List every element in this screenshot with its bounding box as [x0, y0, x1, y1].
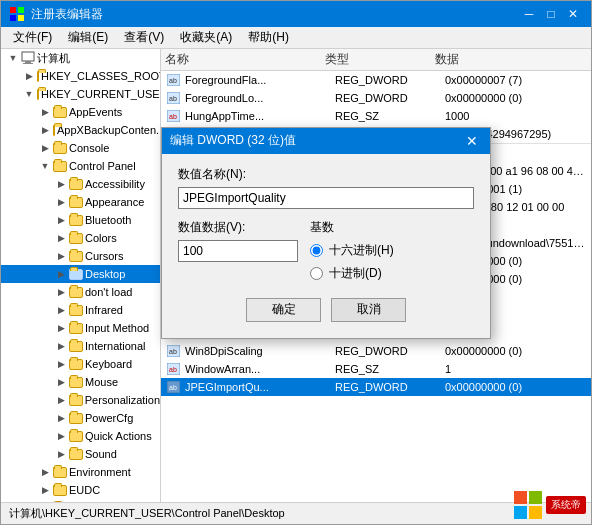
dialog-title-bar: 编辑 DWORD (32 位)值 ✕ [162, 128, 490, 154]
dialog-value-section: 数值数据(V): [178, 219, 298, 282]
radio-group-base: 十六进制(H) 十进制(D) [310, 242, 474, 282]
svg-rect-43 [514, 491, 527, 504]
radio-dec-label: 十进制(D) [329, 265, 382, 282]
dialog-overlay: 编辑 DWORD (32 位)值 ✕ 数值名称(N): 数值数据(V): 基数 … [0, 0, 592, 525]
dialog-name-label: 数值名称(N): [178, 166, 474, 183]
radio-hex[interactable]: 十六进制(H) [310, 242, 474, 259]
dialog-body: 数值名称(N): 数值数据(V): 基数 十六进制(H) [162, 154, 490, 338]
svg-rect-46 [529, 506, 542, 519]
dialog-value-row: 数值数据(V): 基数 十六进制(H) 十进制(D) [178, 219, 474, 282]
dialog-buttons: 确定 取消 [178, 298, 474, 326]
dialog-cancel-button[interactable]: 取消 [331, 298, 406, 322]
svg-rect-44 [529, 491, 542, 504]
dialog-name-input[interactable] [178, 187, 474, 209]
radio-dec[interactable]: 十进制(D) [310, 265, 474, 282]
site-badge: 系统帝 [546, 496, 586, 514]
dialog-close-button[interactable]: ✕ [462, 132, 482, 150]
dialog-base-section: 基数 十六进制(H) 十进制(D) [310, 219, 474, 282]
dialog-base-label: 基数 [310, 219, 474, 236]
dialog-ok-button[interactable]: 确定 [246, 298, 321, 322]
radio-dec-input[interactable] [310, 267, 323, 280]
radio-hex-input[interactable] [310, 244, 323, 257]
svg-rect-45 [514, 506, 527, 519]
dialog-data-input[interactable] [178, 240, 298, 262]
windows-logo [514, 491, 542, 519]
dialog-data-label: 数值数据(V): [178, 219, 298, 236]
watermark: 系统帝 [514, 491, 586, 519]
dialog-title: 编辑 DWORD (32 位)值 [170, 132, 296, 149]
radio-hex-label: 十六进制(H) [329, 242, 394, 259]
edit-dword-dialog: 编辑 DWORD (32 位)值 ✕ 数值名称(N): 数值数据(V): 基数 … [161, 127, 491, 339]
